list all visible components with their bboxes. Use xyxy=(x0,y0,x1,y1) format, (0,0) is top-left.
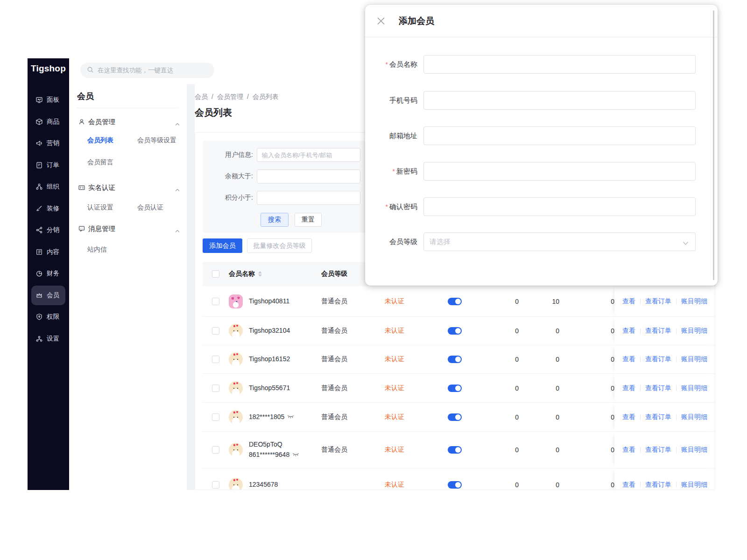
num-col-2: 0 xyxy=(519,481,559,489)
view-orders-link[interactable]: 查看订单 xyxy=(645,384,671,392)
group-member-management[interactable]: 会员管理 xyxy=(69,116,187,128)
user-info-input[interactable] xyxy=(257,148,360,162)
chevron-up-icon[interactable] xyxy=(175,227,180,234)
sidebar-item-content[interactable]: 内容 xyxy=(28,241,69,263)
view-orders-link[interactable]: 查看订单 xyxy=(645,446,671,454)
header-member-name[interactable]: 会员名称 xyxy=(229,270,321,278)
sidebar-item-organization[interactable]: 组织 xyxy=(28,176,69,198)
num-col-3: 0 xyxy=(559,327,614,335)
submenu-item-member-level-settings[interactable]: 会员等级设置 xyxy=(137,136,187,145)
sidebar-item-marketing[interactable]: 营销 xyxy=(28,133,69,154)
sidebar-item-goods[interactable]: 商品 xyxy=(28,111,69,133)
sidebar-item-settings[interactable]: 设置 xyxy=(28,328,69,350)
batch-update-level-button[interactable]: 批量修改会员等级 xyxy=(247,238,312,253)
chevron-up-icon[interactable] xyxy=(175,186,180,193)
balance-input[interactable] xyxy=(257,169,360,183)
close-icon[interactable] xyxy=(376,16,386,26)
masked-eye-icon[interactable] xyxy=(292,450,299,460)
account-detail-link[interactable]: 账目明细 xyxy=(681,481,707,489)
phone-input[interactable] xyxy=(423,91,696,110)
chevron-down-icon xyxy=(683,239,689,247)
account-detail-link[interactable]: 账目明细 xyxy=(681,446,707,454)
sidebar-item-decoration[interactable]: 装修 xyxy=(28,198,69,220)
breadcrumb-member-list[interactable]: 会员列表 xyxy=(253,93,279,101)
account-detail-link[interactable]: 账目明细 xyxy=(681,297,707,306)
reset-button[interactable]: 重置 xyxy=(295,213,322,227)
sidebar-item-member[interactable]: 会员 xyxy=(28,285,69,307)
enabled-toggle[interactable] xyxy=(448,298,462,305)
member-icon xyxy=(35,292,43,299)
chevron-up-icon[interactable] xyxy=(175,120,180,127)
orders-icon xyxy=(35,161,43,169)
enabled-toggle[interactable] xyxy=(448,327,462,335)
sidebar-item-finance[interactable]: 财务 xyxy=(28,263,69,285)
field-label: 手机号码 xyxy=(389,96,417,104)
row-checkbox[interactable] xyxy=(212,385,219,392)
account-detail-link[interactable]: 账目明细 xyxy=(681,413,707,421)
table-body: Tigshop40811 普通会员 未认证 0 10 0 查看 查看订单 账目明… xyxy=(203,286,715,490)
account-detail-link[interactable]: 账目明细 xyxy=(681,327,707,335)
enabled-toggle[interactable] xyxy=(448,385,462,392)
group-real-name-auth[interactable]: 实名认证 xyxy=(69,182,187,194)
row-checkbox[interactable] xyxy=(212,298,219,305)
sort-icon[interactable] xyxy=(258,271,262,277)
email-input[interactable] xyxy=(423,126,696,145)
global-search-input[interactable]: 在这里查找功能，一键直达 xyxy=(80,63,214,78)
add-member-button[interactable]: 添加会员 xyxy=(203,238,242,253)
view-link[interactable]: 查看 xyxy=(622,297,635,306)
required-mark: * xyxy=(386,203,388,210)
submenu-item-member-messages[interactable]: 会员留言 xyxy=(87,158,137,167)
num-col-3: 0 xyxy=(559,385,614,392)
account-detail-link[interactable]: 账目明细 xyxy=(681,384,707,392)
action-separator xyxy=(640,328,641,334)
group-label: 会员管理 xyxy=(88,118,115,126)
breadcrumb-member-management[interactable]: 会员管理 xyxy=(217,93,243,101)
row-actions: 查看 查看订单 账目明细 xyxy=(614,374,715,402)
view-orders-link[interactable]: 查看订单 xyxy=(645,297,671,306)
sidebar-item-orders[interactable]: 订单 xyxy=(28,154,69,176)
row-checkbox[interactable] xyxy=(212,481,219,489)
submenu-item-member-auth[interactable]: 会员认证 xyxy=(137,203,187,212)
group-message-management[interactable]: 消息管理 xyxy=(69,223,187,235)
row-checkbox[interactable] xyxy=(212,446,219,454)
masked-eye-icon[interactable] xyxy=(287,412,294,422)
view-link[interactable]: 查看 xyxy=(622,384,635,392)
view-link[interactable]: 查看 xyxy=(622,355,635,364)
view-link[interactable]: 查看 xyxy=(622,327,635,335)
toggle-knob xyxy=(455,328,461,334)
view-link[interactable]: 查看 xyxy=(622,446,635,454)
avatar xyxy=(229,443,243,457)
view-orders-link[interactable]: 查看订单 xyxy=(645,481,671,489)
search-button[interactable]: 搜索 xyxy=(261,213,289,227)
modal-scrollbar[interactable] xyxy=(713,10,714,280)
submenu-item-member-list[interactable]: 会员列表 xyxy=(87,136,137,145)
account-detail-link[interactable]: 账目明细 xyxy=(681,355,707,364)
enabled-toggle[interactable] xyxy=(448,413,462,421)
enabled-toggle[interactable] xyxy=(448,481,462,489)
sidebar-item-permission[interactable]: 权限 xyxy=(28,306,69,328)
view-link[interactable]: 查看 xyxy=(622,481,635,489)
row-checkbox[interactable] xyxy=(212,356,219,363)
view-orders-link[interactable]: 查看订单 xyxy=(645,355,671,364)
member-name-input[interactable] xyxy=(423,55,696,74)
sidebar-item-distribution[interactable]: 分销 xyxy=(28,219,69,241)
row-checkbox[interactable] xyxy=(212,413,219,421)
enabled-toggle[interactable] xyxy=(448,356,462,363)
points-input[interactable] xyxy=(257,191,360,205)
view-orders-link[interactable]: 查看订单 xyxy=(645,413,671,421)
toggle-knob xyxy=(455,482,461,488)
submenu-item-site-message[interactable]: 站内信 xyxy=(87,245,137,254)
new-password-input[interactable] xyxy=(423,162,696,181)
breadcrumb-member[interactable]: 会员 xyxy=(195,93,208,101)
select-all-checkbox[interactable] xyxy=(212,270,219,278)
field-new-password: *新密码 xyxy=(365,162,718,181)
view-link[interactable]: 查看 xyxy=(622,413,635,421)
enabled-toggle[interactable] xyxy=(448,446,462,454)
member-level-select[interactable]: 请选择 xyxy=(423,232,696,251)
sidebar-item-dashboard[interactable]: 面板 xyxy=(28,89,69,111)
row-checkbox[interactable] xyxy=(212,327,219,335)
submenu-item-auth-settings[interactable]: 认证设置 xyxy=(87,203,137,212)
confirm-password-input[interactable] xyxy=(423,197,696,216)
view-orders-link[interactable]: 查看订单 xyxy=(645,327,671,335)
sidebar-item-label: 权限 xyxy=(47,313,59,321)
